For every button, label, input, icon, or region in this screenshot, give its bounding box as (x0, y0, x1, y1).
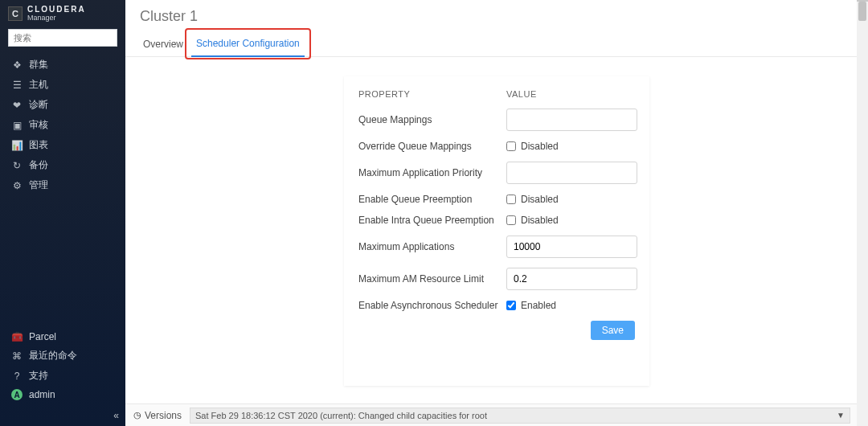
sidebar-item-label: 管理 (29, 178, 48, 192)
label-enable-queue-preemption: Enable Queue Preemption (358, 194, 506, 205)
sidebar-item-recent-commands[interactable]: ⌘ 最近的命令 (0, 346, 125, 366)
versions-label[interactable]: ◷ Versions (125, 410, 190, 421)
brand-line2: Manager (27, 14, 86, 23)
scrollbar-thumb[interactable] (858, 2, 866, 21)
sidebar-user-name: admin (29, 389, 55, 400)
label-max-am-limit: Maximum AM Resource Limit (358, 273, 506, 285)
label-max-applications: Maximum Applications (358, 241, 506, 252)
brand: C CLOUDERA Manager (0, 0, 125, 24)
status-enable-intra-queue: Disabled (521, 215, 559, 226)
sidebar-item-support[interactable]: ? 支持 (0, 366, 125, 386)
audit-icon: ▣ (11, 120, 23, 131)
label-enable-intra-queue: Enable Intra Queue Preemption (358, 215, 506, 226)
sidebar-item-label: 群集 (29, 58, 48, 72)
row-override-queue-mappings: Override Queue Mappings Disabled (358, 141, 635, 152)
sidebar-item-label: 备份 (29, 158, 48, 172)
input-queue-mappings[interactable] (506, 109, 637, 131)
sidebar-item-audit[interactable]: ▣ 审核 (0, 115, 125, 135)
versions-current: Sat Feb 29 18:36:12 CST 2020 (current): … (195, 411, 487, 420)
save-button[interactable]: Save (591, 321, 635, 340)
checkbox-enable-intra-queue[interactable] (506, 215, 516, 225)
scrollbar[interactable] (857, 0, 868, 426)
checkbox-override-queue[interactable] (506, 141, 516, 151)
heartbeat-icon: ❤ (11, 100, 23, 111)
input-max-applications[interactable] (506, 236, 637, 258)
sidebar-item-hosts[interactable]: ☰ 主机 (0, 75, 125, 95)
tab-scheduler-label: Scheduler Configuration (196, 38, 300, 49)
nav-main: ❖ 群集 ☰ 主机 ❤ 诊断 ▣ 审核 📊 图表 ↻ 备份 (0, 53, 125, 197)
help-icon: ? (11, 371, 23, 382)
commands-icon: ⌘ (11, 350, 23, 362)
versions-select[interactable]: Sat Feb 29 18:36:12 CST 2020 (current): … (190, 408, 850, 424)
caret-down-icon: ▼ (837, 411, 845, 420)
sidebar-item-clusters[interactable]: ❖ 群集 (0, 55, 125, 75)
row-enable-queue-preemption: Enable Queue Preemption Disabled (358, 194, 635, 205)
sidebar-item-user[interactable]: A admin (0, 386, 125, 403)
label-queue-mappings: Queue Mappings (358, 114, 506, 125)
input-max-am-limit[interactable] (506, 268, 637, 290)
parcel-icon: 🧰 (11, 331, 23, 342)
sidebar-item-admin[interactable]: ⚙ 管理 (0, 175, 125, 195)
versions-text: Versions (145, 410, 182, 421)
sidebar-item-label: 支持 (29, 369, 48, 383)
column-header-property: PROPERTY (358, 89, 506, 99)
sidebar-item-backup[interactable]: ↻ 备份 (0, 155, 125, 175)
brand-line1: CLOUDERA (27, 5, 86, 14)
label-max-app-priority: Maximum Application Priority (358, 167, 506, 178)
clock-icon: ◷ (133, 410, 141, 420)
page-title: Cluster 1 (125, 0, 868, 25)
tabs: Overview Scheduler Configuration (125, 25, 868, 57)
tab-scheduler-configuration[interactable]: Scheduler Configuration (191, 33, 305, 57)
sidebar-item-label: Parcel (29, 331, 56, 342)
sidebar-item-charts[interactable]: 📊 图表 (0, 135, 125, 155)
status-async-scheduler: Enabled (521, 300, 556, 311)
checkbox-async-scheduler[interactable] (506, 301, 516, 310)
checkbox-enable-queue-preemption[interactable] (506, 195, 516, 204)
sidebar-collapse[interactable]: « (0, 405, 125, 426)
sidebar-item-label: 审核 (29, 118, 48, 132)
sidebar: C CLOUDERA Manager ❖ 群集 ☰ 主机 ❤ 诊断 ▣ (0, 0, 125, 426)
status-override-queue: Disabled (521, 141, 559, 152)
row-max-applications: Maximum Applications (358, 236, 635, 258)
label-override-queue: Override Queue Mappings (358, 141, 506, 152)
avatar: A (11, 389, 23, 400)
backup-icon: ↻ (11, 160, 23, 171)
status-enable-queue-preemption: Disabled (521, 194, 559, 205)
cluster-icon: ❖ (11, 59, 23, 71)
main: Cluster 1 Overview Scheduler Configurati… (125, 0, 868, 426)
sidebar-item-label: 图表 (29, 138, 48, 152)
brand-badge: C (8, 6, 23, 21)
footer: ◷ Versions Sat Feb 29 18:36:12 CST 2020 … (125, 403, 857, 426)
sidebar-item-parcel[interactable]: 🧰 Parcel (0, 328, 125, 346)
search-input[interactable] (8, 29, 117, 47)
label-async-scheduler: Enable Asynchronous Scheduler (358, 300, 506, 311)
sidebar-item-label: 诊断 (29, 98, 48, 112)
row-max-am-limit: Maximum AM Resource Limit (358, 268, 635, 290)
row-max-app-priority: Maximum Application Priority (358, 162, 635, 184)
nav-bottom: 🧰 Parcel ⌘ 最近的命令 ? 支持 A admin (0, 326, 125, 405)
sidebar-item-label: 主机 (29, 78, 48, 92)
brand-text: CLOUDERA Manager (27, 5, 86, 23)
gear-icon: ⚙ (11, 180, 23, 191)
chart-icon: 📊 (11, 140, 23, 151)
content-area: PROPERTY VALUE Queue Mappings Override Q… (125, 57, 868, 426)
hosts-icon: ☰ (11, 80, 23, 91)
tab-overview[interactable]: Overview (138, 34, 188, 56)
row-queue-mappings: Queue Mappings (358, 109, 635, 131)
column-header-value: VALUE (506, 89, 635, 99)
input-max-app-priority[interactable] (506, 162, 637, 184)
search-wrap (0, 24, 125, 53)
sidebar-item-label: 最近的命令 (29, 349, 77, 363)
row-async-scheduler: Enable Asynchronous Scheduler Enabled (358, 300, 635, 311)
scheduler-config-panel: PROPERTY VALUE Queue Mappings Override Q… (344, 76, 649, 386)
sidebar-item-diagnostics[interactable]: ❤ 诊断 (0, 95, 125, 115)
row-enable-intra-queue: Enable Intra Queue Preemption Disabled (358, 215, 635, 226)
save-bar: Save (358, 321, 635, 340)
